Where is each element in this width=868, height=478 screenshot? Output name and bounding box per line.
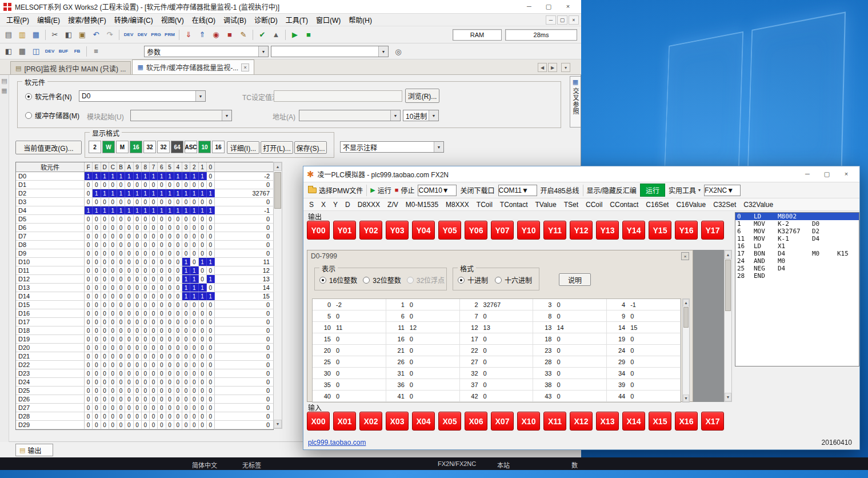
format-button-32[interactable]: 32 xyxy=(143,141,156,153)
bit-cell[interactable]: 0 xyxy=(109,352,117,360)
tab-device-monitor[interactable]: ▦软元件/缓冲存储器批量监视-...× xyxy=(132,59,254,74)
bit-cell[interactable]: 1 xyxy=(190,206,198,214)
bit-cell[interactable]: 0 xyxy=(182,404,190,412)
bit-cell[interactable]: 1 xyxy=(125,206,133,214)
device-value-cell[interactable]: 12 xyxy=(215,266,273,274)
device-name-cell[interactable]: D22 xyxy=(16,361,85,369)
bit-cell[interactable]: 0 xyxy=(109,335,117,343)
device-link-ccontact[interactable]: CContact xyxy=(610,201,638,209)
bit-cell[interactable]: 1 xyxy=(199,206,207,214)
register-cell[interactable]: 420 xyxy=(460,391,534,402)
input-button-x07[interactable]: X07 xyxy=(491,412,514,431)
bit-cell[interactable]: 0 xyxy=(207,352,215,360)
bit-cell[interactable]: 0 xyxy=(174,292,182,300)
bit-cell[interactable]: 0 xyxy=(174,284,182,292)
bit-cell[interactable]: 0 xyxy=(101,241,109,249)
device-value-cell[interactable]: 0 xyxy=(215,301,273,309)
bit-cell[interactable]: 0 xyxy=(109,421,117,429)
parameter-combo[interactable]: 参数 ▼ xyxy=(144,46,269,57)
bit-cell[interactable]: 1 xyxy=(166,206,174,214)
bit-cell[interactable]: 1 xyxy=(207,258,215,266)
bit-cell[interactable]: 0 xyxy=(134,275,142,283)
bit-cell[interactable]: 1 xyxy=(134,206,142,214)
bit-cell[interactable]: 1 xyxy=(101,189,109,197)
device-value-cell[interactable]: 0 xyxy=(215,344,273,352)
window-cascade-icon[interactable]: ◧ xyxy=(2,45,15,58)
bit-cell[interactable]: 0 xyxy=(85,387,93,395)
bit-cell[interactable]: 0 xyxy=(174,215,182,223)
bit-cell[interactable]: 0 xyxy=(85,335,93,343)
bit-cell[interactable]: 0 xyxy=(125,335,133,343)
register-cell[interactable]: 90 xyxy=(607,310,681,322)
input-button-x12[interactable]: X12 xyxy=(570,412,593,431)
bit-cell[interactable]: 0 xyxy=(101,387,109,395)
bit-cell[interactable]: 0 xyxy=(166,335,174,343)
d-grid-scrollbar[interactable]: ▲ ▼ xyxy=(682,298,690,403)
bit-cell[interactable]: 0 xyxy=(117,369,125,377)
bit-cell[interactable]: 0 xyxy=(117,326,125,334)
output-button-y03[interactable]: Y03 xyxy=(386,221,409,240)
bit-cell[interactable]: 0 xyxy=(125,181,133,189)
input-button-x11[interactable]: X11 xyxy=(543,412,566,431)
buffer-monitor-icon[interactable]: BUF xyxy=(57,45,70,58)
bit-cell[interactable]: 0 xyxy=(150,387,158,395)
device-name-cell[interactable]: D2 xyxy=(16,189,85,197)
bit-cell[interactable]: 0 xyxy=(85,361,93,369)
chevron-down-icon[interactable]: ▼ xyxy=(522,186,529,194)
mdi-minimize-button[interactable]: ─ xyxy=(546,15,556,25)
disasm-row[interactable]: 0LDM8002 xyxy=(735,213,859,220)
bit-cell[interactable]: 1 xyxy=(174,172,182,180)
device-value-cell[interactable]: -2 xyxy=(215,172,273,180)
bit-cell[interactable]: 0 xyxy=(207,249,215,257)
bit-cell[interactable]: 1 xyxy=(109,189,117,197)
device-value-cell[interactable]: 0 xyxy=(215,241,273,249)
device-value-cell[interactable]: 0 xyxy=(215,361,273,369)
bit-cell[interactable]: 0 xyxy=(117,284,125,292)
bit-cell[interactable]: 0 xyxy=(207,232,215,240)
tab-close-button[interactable]: × xyxy=(241,63,249,71)
bit-cell[interactable]: 0 xyxy=(174,266,182,274)
device-name-cell[interactable]: D15 xyxy=(16,301,85,309)
bit-cell[interactable]: 0 xyxy=(174,352,182,360)
register-cell[interactable]: 260 xyxy=(386,356,460,368)
bit-cell[interactable]: 0 xyxy=(199,326,207,334)
register-cell[interactable]: 400 xyxy=(313,391,386,402)
bit-cell[interactable]: 0 xyxy=(190,241,198,249)
bit-cell[interactable]: 0 xyxy=(158,378,166,386)
bit-cell[interactable]: 0 xyxy=(85,284,93,292)
bit-cell[interactable]: 1 xyxy=(207,275,215,283)
device-value-cell[interactable]: 0 xyxy=(215,224,273,232)
bit-cell[interactable]: 0 xyxy=(134,335,142,343)
bit-cell[interactable]: 0 xyxy=(190,412,198,420)
paste-icon[interactable]: ▣ xyxy=(76,29,89,41)
bit-cell[interactable]: 0 xyxy=(85,232,93,240)
bit-cell[interactable]: 0 xyxy=(182,309,190,317)
bit-cell[interactable]: 0 xyxy=(207,172,215,180)
bit-cell[interactable]: 0 xyxy=(182,198,190,206)
bit-cell[interactable]: 0 xyxy=(142,412,150,420)
bit-cell[interactable]: 0 xyxy=(101,412,109,420)
device-value-cell[interactable]: 0 xyxy=(215,352,273,360)
bit-cell[interactable]: 0 xyxy=(109,404,117,412)
bit-cell[interactable]: 0 xyxy=(125,352,133,360)
bit-cell[interactable]: 0 xyxy=(199,404,207,412)
bit-cell[interactable]: 0 xyxy=(182,301,190,309)
output-button-y02[interactable]: Y02 xyxy=(359,221,382,240)
device-name-cell[interactable]: D13 xyxy=(16,284,85,292)
bit-cell[interactable]: 0 xyxy=(150,275,158,283)
bit-cell[interactable]: 0 xyxy=(101,181,109,189)
chevron-down-icon[interactable]: ▼ xyxy=(429,110,438,121)
bit-cell[interactable]: 0 xyxy=(166,326,174,334)
bit-cell[interactable]: 0 xyxy=(101,266,109,274)
bit-cell[interactable]: 0 xyxy=(125,301,133,309)
bit-cell[interactable]: 0 xyxy=(182,326,190,334)
bit-cell[interactable]: 0 xyxy=(158,232,166,240)
device-value-cell[interactable]: 0 xyxy=(215,198,273,206)
device-name-cell[interactable]: D16 xyxy=(16,309,85,317)
format-button-32[interactable]: 32 xyxy=(157,141,170,153)
bit-cell[interactable]: 0 xyxy=(93,309,101,317)
bit-cell[interactable]: 0 xyxy=(125,361,133,369)
build-icon[interactable]: ▲ xyxy=(270,29,282,41)
bit-cell[interactable]: 0 xyxy=(134,301,142,309)
open-button[interactable]: 打开(L)... xyxy=(261,141,293,154)
